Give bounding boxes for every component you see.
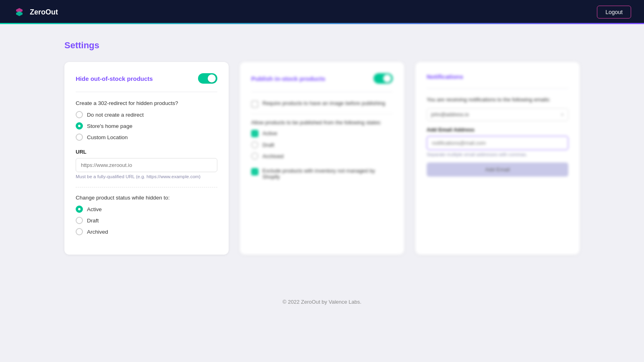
logo-text: ZeroOut xyxy=(30,8,58,16)
url-hint: Must be a fully-qualified URL (e.g. http… xyxy=(76,174,217,179)
add-email-input[interactable] xyxy=(427,136,568,150)
status-active-label: Active xyxy=(87,206,102,212)
exclude-label: Exclude products with inventory not mana… xyxy=(262,168,393,180)
pub-archived-label: Archived xyxy=(262,153,284,159)
cards-row: Hide out-of-stock products Create a 302-… xyxy=(64,62,580,255)
url-input[interactable] xyxy=(76,158,217,172)
radio-home-page[interactable]: Store's home page xyxy=(76,122,217,130)
url-section: URL Must be a fully-qualified URL (e.g. … xyxy=(76,149,217,179)
card3-header: Notifications xyxy=(427,73,568,88)
status-draft[interactable]: Draft xyxy=(76,217,217,224)
exclude-item: ✓ Exclude products with inventory not ma… xyxy=(251,168,393,180)
exclude-checkbox: ✓ xyxy=(251,168,258,175)
logo: ZeroOut xyxy=(13,6,58,19)
redirect-options: Do not create a redirect Store's home pa… xyxy=(76,111,217,141)
main-content: Settings Hide out-of-stock products Crea… xyxy=(32,24,612,271)
status-archived-label: Archived xyxy=(87,229,108,235)
existing-email-tag: john@address.io × xyxy=(427,108,568,121)
radio-status-archived xyxy=(76,228,83,235)
url-label: URL xyxy=(76,149,217,155)
states-label: Allow products to be published from the … xyxy=(251,119,393,125)
pub-active-check: ✓ xyxy=(251,130,258,137)
pub-active-label: Active xyxy=(262,130,277,136)
radio-status-draft xyxy=(76,217,83,224)
publish-state-options: ✓ Active Draft Archived xyxy=(251,130,393,160)
status-archived[interactable]: Archived xyxy=(76,228,217,235)
radio-circle-home-page xyxy=(76,122,83,130)
radio-label-home-page: Store's home page xyxy=(87,123,132,129)
page-title: Settings xyxy=(64,40,580,51)
divider2 xyxy=(251,113,393,114)
notifications-card: Notifications You are receiving notifica… xyxy=(415,62,580,255)
redirect-question: Create a 302-redirect for hidden product… xyxy=(76,100,217,106)
status-active[interactable]: Active xyxy=(76,206,217,213)
card2-title: Publish in-stock products xyxy=(251,75,325,82)
require-image-label: Require products to have an image before… xyxy=(262,100,385,106)
add-email-button[interactable]: Add Email xyxy=(427,162,568,177)
add-email-label: Add Email Address xyxy=(427,127,568,133)
card2-header: Publish in-stock products xyxy=(251,73,393,92)
radio-status-active xyxy=(76,206,83,213)
require-image-item: Require products to have an image before… xyxy=(251,100,393,108)
existing-email: john@address.io xyxy=(431,112,469,117)
card2-toggle[interactable] xyxy=(374,73,393,84)
add-email-hint: Separate multiple email addresses with c… xyxy=(427,152,568,157)
card1-toggle[interactable] xyxy=(198,73,217,84)
header: ZeroOut Logout xyxy=(0,0,644,24)
radio-no-redirect[interactable]: Do not create a redirect xyxy=(76,111,217,118)
receiving-text: You are receiving notifications to the f… xyxy=(427,97,568,103)
card3-title: Notifications xyxy=(427,73,463,80)
status-options: Active Draft Archived xyxy=(76,206,217,235)
radio-circle-no-redirect xyxy=(76,111,83,118)
status-label: Change product status while hidden to: xyxy=(76,195,217,201)
pub-archived-circle xyxy=(251,152,258,160)
logout-button[interactable]: Logout xyxy=(597,6,631,19)
pub-draft-label: Draft xyxy=(262,142,274,148)
footer-text: © 2022 ZeroOut by Valence Labs. xyxy=(283,299,361,305)
divider xyxy=(76,187,217,187)
card1-header: Hide out-of-stock products xyxy=(76,73,217,92)
card1-title: Hide out-of-stock products xyxy=(76,75,153,82)
require-image-checkbox xyxy=(251,101,258,108)
radio-circle-custom xyxy=(76,134,83,141)
footer: © 2022 ZeroOut by Valence Labs. xyxy=(0,287,644,317)
pub-archived[interactable]: Archived xyxy=(251,152,393,160)
radio-custom-location[interactable]: Custom Location xyxy=(76,134,217,141)
remove-email-icon[interactable]: × xyxy=(561,111,564,118)
radio-label-custom: Custom Location xyxy=(87,134,128,140)
pub-active[interactable]: ✓ Active xyxy=(251,130,393,137)
hide-out-of-stock-card: Hide out-of-stock products Create a 302-… xyxy=(64,62,229,255)
publish-in-stock-card: Publish in-stock products Require produc… xyxy=(240,62,404,255)
status-draft-label: Draft xyxy=(87,218,99,224)
logo-icon xyxy=(13,6,26,19)
pub-draft[interactable]: Draft xyxy=(251,141,393,148)
radio-label-no-redirect: Do not create a redirect xyxy=(87,112,144,118)
pub-draft-circle xyxy=(251,141,258,148)
